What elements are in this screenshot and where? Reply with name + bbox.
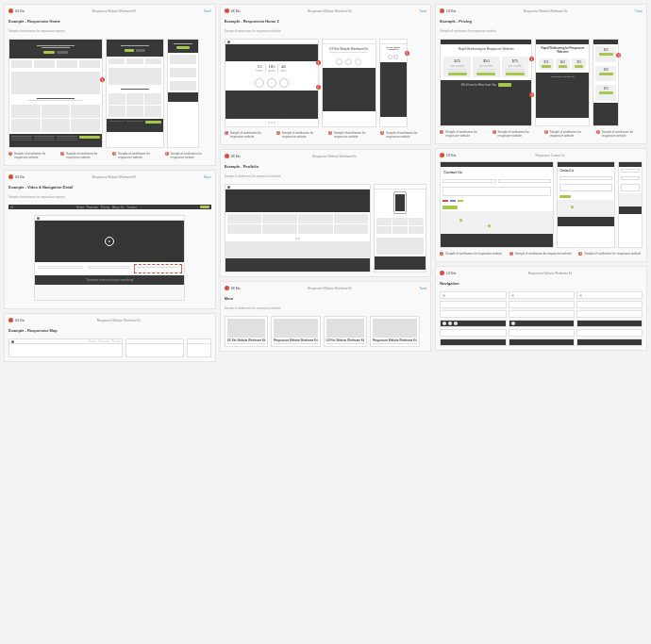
dark-section bbox=[225, 91, 318, 119]
devices-mockup bbox=[225, 241, 371, 258]
example-title: Example - Responsive Map bbox=[8, 328, 211, 333]
content-card[interactable]: UX Kits Website Wireframe Kit bbox=[225, 316, 269, 347]
hero-dark bbox=[9, 40, 102, 58]
submit-button[interactable] bbox=[442, 206, 458, 209]
play-button-icon[interactable] bbox=[105, 237, 114, 246]
pricing-cards: $25per month $50per month $75per month bbox=[441, 54, 531, 80]
select-plan-button[interactable] bbox=[448, 73, 467, 75]
sheet-navigation: UX KitsResponsive Website Wireframe Kit … bbox=[435, 266, 647, 351]
wireframe-contact-desktop: Contact Us bbox=[440, 161, 554, 248]
share-link[interactable]: Share bbox=[204, 175, 211, 179]
contact-heading: Contact Us bbox=[441, 167, 553, 177]
hero-cta-button[interactable] bbox=[43, 51, 55, 54]
globe-icon bbox=[267, 78, 276, 88]
price-card[interactable]: $50per month bbox=[473, 57, 500, 77]
tag-chip[interactable] bbox=[442, 200, 448, 202]
hero-secondary-button[interactable] bbox=[57, 51, 68, 54]
example-title: Example - Responsive Home bbox=[8, 19, 211, 24]
sheet-pricing: UX KitsResponsive Website Wireframe KitT… bbox=[435, 4, 647, 144]
wireframe-desktop: 23lorem 185ipsum 46dolor 1 2 bbox=[225, 39, 319, 127]
sheet-contact: UX KitsResponsive Contact Us Contact Us … bbox=[435, 148, 647, 262]
sheet-responsive-home: UX Kits Responsive Website Wireframe Kit… bbox=[4, 4, 216, 166]
highlighted-block bbox=[134, 264, 182, 273]
brand-name: UX Kits bbox=[15, 9, 25, 13]
content-card[interactable]: Responsive Website Wireframe Kit bbox=[370, 316, 419, 347]
sheet-header: UX Kits Responsive Website Wireframe Kit… bbox=[8, 8, 211, 13]
map[interactable] bbox=[441, 211, 553, 234]
sheet-responsive-map: UX KitsResponsive Website Wireframe Kit … bbox=[4, 313, 216, 362]
feature-row bbox=[9, 58, 102, 70]
wireframe-video-page: "Someone referenced what something" bbox=[34, 215, 185, 301]
content-card[interactable]: UX Kits Website Wireframe Kit bbox=[324, 316, 368, 347]
globe-icon bbox=[255, 78, 264, 88]
price-card[interactable]: $25per month bbox=[443, 57, 471, 77]
nav-item[interactable]: Pricing bbox=[101, 206, 109, 209]
brand-logo-icon bbox=[8, 174, 13, 179]
text-block bbox=[9, 96, 102, 103]
column-3: UX KitsResponsive Website Wireframe KitT… bbox=[435, 4, 647, 362]
map-pin-icon bbox=[459, 218, 463, 222]
section-title: More bbox=[225, 296, 427, 301]
nav-item[interactable]: Features bbox=[87, 206, 98, 209]
wireframe-desktop: 1 bbox=[8, 39, 103, 148]
brand-logo-icon bbox=[225, 8, 229, 13]
pricing-headline: Rapid Wireframing for Responsive Website… bbox=[441, 44, 531, 54]
footer-cta-button[interactable] bbox=[79, 136, 100, 139]
column-1: UX Kits Responsive Website Wireframe Kit… bbox=[4, 4, 216, 362]
tag-chip[interactable] bbox=[450, 200, 456, 202]
brand-name: UX Kits bbox=[15, 175, 25, 179]
hero-cta-button[interactable] bbox=[176, 46, 190, 49]
wireframe-contact-tablet: Contact Us bbox=[557, 161, 615, 248]
globe-icons-row bbox=[225, 75, 318, 91]
section-title: Navigation bbox=[440, 281, 643, 286]
nav-variant-dark bbox=[440, 320, 506, 327]
column-2: UX KitsResponsive Website Wireframe KitT… bbox=[220, 4, 432, 362]
name-input[interactable] bbox=[442, 179, 496, 183]
nav-item[interactable]: About Us bbox=[112, 206, 124, 209]
pagination-dots[interactable] bbox=[225, 119, 318, 126]
nav-item[interactable]: Home bbox=[76, 206, 84, 209]
quote-bar: "Someone referenced what something" bbox=[35, 275, 184, 285]
nav-logo-icon bbox=[10, 206, 13, 208]
stats-row: 23lorem 185ipsum 46dolor bbox=[225, 61, 318, 75]
nav-item[interactable]: Contact bbox=[126, 206, 136, 209]
footer bbox=[9, 134, 102, 147]
more-cards-row: UX Kits Website Wireframe Kit Responsive… bbox=[225, 316, 427, 347]
annotation-marker[interactable]: 1 bbox=[100, 77, 105, 82]
wireframe-portfolio-tablet bbox=[374, 184, 426, 272]
wireframe-mobile: UX Kits Website Wireframe Kit 3 bbox=[379, 39, 408, 127]
portfolio-grid bbox=[225, 212, 371, 236]
hero-cta-button[interactable] bbox=[125, 49, 134, 52]
nav-signup-button[interactable] bbox=[200, 206, 209, 208]
sheet-portfolio: UX KitsResponsive Website Wireframe Kit … bbox=[220, 149, 432, 277]
wireframe-pricing-desktop: Rapid Wireframing for Responsive Website… bbox=[440, 39, 532, 126]
wireframe-row: 23lorem 185ipsum 46dolor 1 2 bbox=[225, 39, 427, 127]
example-title: Example - Pricing bbox=[440, 19, 643, 24]
photo-hero bbox=[9, 70, 102, 96]
brand-logo-icon bbox=[8, 318, 13, 322]
email-input[interactable] bbox=[498, 179, 552, 183]
tag-chip[interactable] bbox=[458, 200, 463, 202]
cta-button[interactable] bbox=[498, 83, 511, 87]
globe-icon bbox=[279, 78, 289, 88]
kit-title: Responsive Website Wireframe Kit bbox=[26, 175, 202, 179]
example-subtitle: Sample of wireframes for responsive webs… bbox=[8, 195, 211, 199]
navbar-detail: Home Features Pricing About Us Contact bbox=[8, 205, 211, 209]
annotation-item: 1Sample of wireframes for responsive web… bbox=[8, 152, 55, 159]
wireframe-row-desktop-tablet-mobile: 1 bbox=[8, 39, 211, 148]
example-title: Example - Responsive Home 2 bbox=[225, 19, 427, 24]
content-card[interactable]: Responsive Website Wireframe Kit bbox=[271, 316, 320, 347]
wireframe-pricing-mobile: $25 $50 $75 3 bbox=[593, 39, 619, 126]
share-links[interactable]: Tweet bbox=[204, 9, 211, 13]
wireframe-pricing-tablet: Rapid Wireframing for Responsive Website… bbox=[535, 39, 590, 126]
annotations-row: 1Sample of wireframes for responsive web… bbox=[8, 150, 211, 161]
price-card[interactable]: $75per month bbox=[502, 57, 529, 77]
nav-variant-light bbox=[440, 291, 506, 299]
wireframe-portfolio-desktop bbox=[225, 184, 372, 272]
sheet-video-nav: UX KitsResponsive Website Wireframe KitS… bbox=[4, 170, 216, 309]
wireframe-mobile bbox=[167, 39, 199, 148]
message-textarea[interactable] bbox=[442, 187, 551, 196]
hero-secondary-button[interactable] bbox=[136, 49, 145, 52]
nav-variants-grid bbox=[440, 291, 643, 346]
cta-bar: We'd Love to Hear from You bbox=[441, 80, 531, 90]
